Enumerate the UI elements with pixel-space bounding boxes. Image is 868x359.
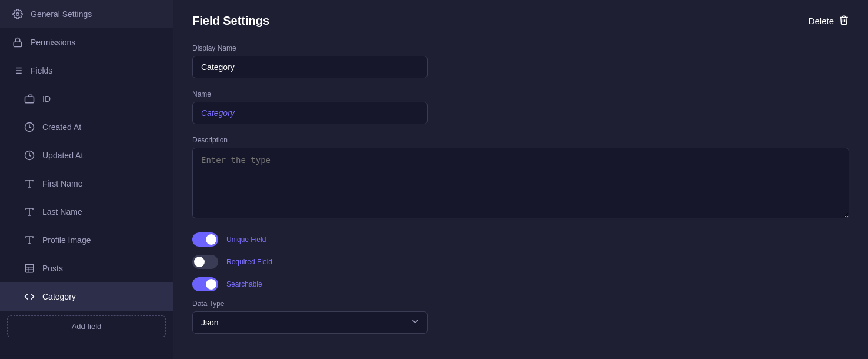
display-name-group: Display Name bbox=[192, 44, 849, 78]
clock-icon bbox=[24, 149, 35, 161]
sidebar-item-label: Updated At bbox=[42, 151, 83, 160]
searchable-toggle[interactable] bbox=[192, 277, 218, 291]
required-field-toggle[interactable] bbox=[192, 255, 218, 269]
gear-icon bbox=[12, 8, 24, 20]
description-textarea[interactable] bbox=[192, 148, 849, 218]
sidebar-item-label: General Settings bbox=[31, 9, 92, 19]
sidebar-item-label: Permissions bbox=[31, 38, 75, 47]
svg-rect-8 bbox=[25, 97, 34, 103]
sidebar-item-profile-image[interactable]: Profile Image bbox=[0, 226, 173, 254]
text-icon bbox=[24, 234, 35, 246]
required-field-label: Required Field bbox=[226, 258, 272, 266]
sidebar-item-last-name[interactable]: Last Name bbox=[0, 198, 173, 226]
text-icon bbox=[24, 206, 35, 218]
toggle-slider bbox=[192, 255, 218, 269]
unique-field-label: Unique Field bbox=[226, 235, 266, 244]
id-icon bbox=[24, 93, 35, 105]
data-type-label: Data Type bbox=[192, 300, 849, 308]
toggle-slider bbox=[192, 232, 218, 247]
sidebar-item-label: Fields bbox=[31, 66, 52, 75]
delete-label: Delete bbox=[809, 16, 834, 26]
display-name-input[interactable] bbox=[192, 56, 428, 78]
data-type-select-wrapper: Json String Number Boolean Date bbox=[192, 311, 428, 334]
sidebar-item-label: Last Name bbox=[42, 207, 82, 217]
description-group: Description bbox=[192, 136, 849, 221]
main-header: Field Settings Delete bbox=[192, 14, 849, 28]
description-label: Description bbox=[192, 136, 849, 144]
svg-rect-17 bbox=[25, 264, 34, 272]
sidebar-item-id[interactable]: ID bbox=[0, 85, 173, 113]
trash-icon bbox=[839, 15, 849, 27]
required-field-group: Required Field bbox=[192, 255, 849, 269]
lock-icon bbox=[12, 36, 24, 48]
sidebar: General Settings Permissions Fields bbox=[0, 0, 173, 359]
sidebar-item-label: Posts bbox=[42, 264, 63, 273]
sidebar-item-category[interactable]: Category bbox=[0, 282, 173, 311]
sidebar-item-label: Category bbox=[42, 292, 76, 301]
clock-icon bbox=[24, 121, 35, 133]
searchable-group: Searchable bbox=[192, 277, 849, 291]
toggle-slider bbox=[192, 277, 218, 291]
main-content: Field Settings Delete Display Name Name … bbox=[173, 0, 868, 359]
unique-field-toggle[interactable] bbox=[192, 232, 218, 247]
code-icon bbox=[24, 291, 35, 303]
delete-button[interactable]: Delete bbox=[809, 15, 849, 27]
sidebar-item-label: Created At bbox=[42, 122, 81, 132]
name-label: Name bbox=[192, 90, 849, 98]
sidebar-item-first-name[interactable]: First Name bbox=[0, 169, 173, 198]
select-divider bbox=[406, 317, 406, 328]
sidebar-item-posts[interactable]: Posts bbox=[0, 254, 173, 282]
sidebar-item-label: ID bbox=[42, 94, 51, 104]
sidebar-item-label: Profile Image bbox=[42, 235, 91, 245]
name-group: Name bbox=[192, 90, 849, 124]
sidebar-item-label: First Name bbox=[42, 179, 82, 188]
posts-icon bbox=[24, 262, 35, 274]
list-icon bbox=[12, 65, 24, 77]
name-input[interactable] bbox=[192, 102, 428, 124]
sidebar-fields-list: ID Created At Updated At bbox=[0, 85, 173, 311]
add-field-button[interactable]: Add field bbox=[7, 315, 166, 337]
data-type-select[interactable]: Json String Number Boolean Date bbox=[192, 311, 428, 334]
searchable-label: Searchable bbox=[226, 280, 262, 288]
data-type-group: Data Type Json String Number Boolean Dat… bbox=[192, 300, 849, 334]
unique-field-group: Unique Field bbox=[192, 232, 849, 247]
svg-rect-1 bbox=[14, 42, 22, 46]
sidebar-item-updated-at[interactable]: Updated At bbox=[0, 141, 173, 169]
sidebar-item-general-settings[interactable]: General Settings bbox=[0, 0, 173, 28]
page-title: Field Settings bbox=[192, 14, 269, 28]
sidebar-item-created-at[interactable]: Created At bbox=[0, 113, 173, 141]
sidebar-item-fields[interactable]: Fields bbox=[0, 56, 173, 85]
text-icon bbox=[24, 178, 35, 190]
display-name-label: Display Name bbox=[192, 44, 849, 52]
svg-point-0 bbox=[16, 13, 19, 16]
sidebar-item-permissions[interactable]: Permissions bbox=[0, 28, 173, 56]
